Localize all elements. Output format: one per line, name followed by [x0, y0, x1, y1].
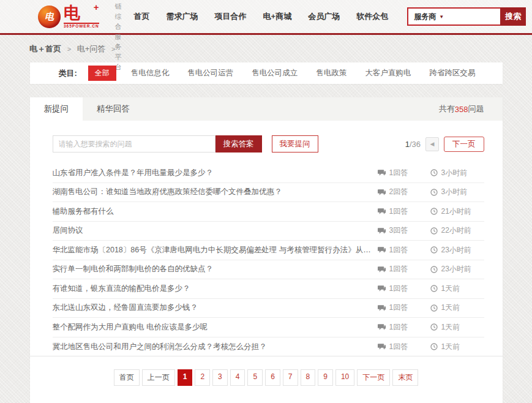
category-item-direct-purchase[interactable]: 大客户直购电 — [365, 68, 411, 78]
prev-page-arrow-button[interactable]: ◀ — [425, 137, 439, 151]
nav-item-software-crowdsourcing[interactable]: 软件众包 — [356, 11, 388, 22]
comment-icon — [378, 304, 386, 312]
next-page-button[interactable]: 下一页 — [444, 137, 484, 152]
clock-icon — [430, 266, 438, 273]
comment-icon — [378, 189, 386, 196]
comment-icon — [378, 208, 386, 215]
search-scope-dropdown[interactable]: 服务商 — [414, 12, 436, 22]
pagination-page-3[interactable]: 3 — [212, 369, 228, 386]
question-time-text: 21小时前 — [441, 206, 471, 217]
comment-icon — [378, 343, 386, 350]
page-indicator-current: 1 — [405, 140, 410, 149]
answer-count: 1回答 — [378, 168, 430, 178]
question-time: 23小时前 — [430, 264, 484, 274]
category-item-cross-province[interactable]: 跨省跨区交易 — [429, 68, 475, 78]
nav-item-member-plaza[interactable]: 会员广场 — [308, 11, 340, 22]
pagination-page-2[interactable]: 2 — [195, 369, 210, 386]
question-time: 22小时前 — [430, 225, 484, 236]
nav-item-mall[interactable]: 电+商城 — [263, 11, 292, 22]
pagination-page-8[interactable]: 8 — [301, 369, 316, 386]
question-time-text: 23小时前 — [441, 264, 471, 274]
tab-new-questions[interactable]: 新提问 — [30, 97, 83, 121]
logo-plus-mark: + — [94, 2, 99, 12]
question-time: 1天前 — [430, 284, 484, 294]
clock-icon — [430, 304, 438, 312]
count-prefix: 共有 — [439, 104, 455, 115]
tab-best-answers[interactable]: 精华回答 — [83, 97, 144, 121]
question-row: 冀北地区售电公司和用户之间的利润怎么分成？考核怎么分担？ 1回答 1天前 — [53, 337, 484, 357]
category-item-policy[interactable]: 售电政策 — [316, 68, 347, 78]
header-search-button[interactable]: 搜索 — [500, 7, 526, 26]
question-title-link[interactable]: 辅助服务都有什么 — [53, 206, 378, 217]
header-search-group: 服务商 ▼ 搜索 — [407, 7, 526, 26]
question-title-link[interactable]: 有谁知道，银东直流的输配电价是多少？ — [53, 284, 378, 294]
question-search-input[interactable] — [53, 135, 215, 153]
answer-count-text: 1回答 — [389, 322, 408, 333]
pagination: 首页 上一页 1 2 3 4 5 6 7 8 9 10 下一页 末页 — [30, 356, 503, 403]
breadcrumb-home-link[interactable]: 电＋首页 — [29, 44, 61, 53]
pagination-page-1-active[interactable]: 1 — [178, 369, 193, 386]
comment-icon — [378, 266, 386, 273]
question-title-link[interactable]: 冀北地区售电公司和用户之间的利润怎么分成？考核怎么分担？ — [53, 342, 378, 352]
logo-wordmark: 电+ — [64, 5, 99, 21]
logo-text-block: 电+ 365POWER.CN — [64, 5, 99, 29]
answer-count-text: 3回答 — [389, 225, 408, 236]
clock-icon — [430, 323, 438, 331]
count-suffix: 问题 — [468, 104, 484, 115]
question-title-link[interactable]: 华北监能市场〔2018〕86号《京津唐电网电力中长期交易偏差处理 与考核管理暂行… — [53, 245, 378, 255]
main-nav: 首页 需求广场 项目合作 电+商城 会员广场 软件众包 — [134, 11, 405, 22]
pagination-page-7[interactable]: 7 — [283, 369, 298, 386]
pagination-page-6[interactable]: 6 — [265, 369, 280, 386]
nav-item-project-cooperation[interactable]: 项目合作 — [215, 11, 247, 22]
nav-item-demand-plaza[interactable]: 需求广场 — [167, 11, 198, 22]
question-time: 1天前 — [430, 342, 484, 352]
question-time-text: 3小时前 — [441, 168, 468, 178]
question-time: 3小时前 — [430, 168, 484, 178]
tagline-line1: 售电产业链 — [115, 0, 122, 12]
question-title-link[interactable]: 湖南售电公司：谁知道当地政府优惠政策经信委哪个文件叠加优惠？ — [53, 187, 378, 197]
category-item-informatization[interactable]: 售电信息化 — [131, 68, 170, 78]
category-item-company-founding[interactable]: 售电公司成立 — [252, 68, 298, 78]
comment-icon — [378, 246, 386, 254]
clock-icon — [430, 189, 438, 196]
pagination-last[interactable]: 末页 — [392, 369, 418, 386]
category-all-active[interactable]: 全部 — [88, 66, 116, 81]
pagination-first[interactable]: 首页 — [114, 369, 140, 386]
question-row: 实行单一制电价和两部制电价的各自的优缺点？ 1回答 23小时前 — [53, 260, 484, 280]
question-title-link[interactable]: 东北送山东双边，经鲁固直流要加多少钱？ — [53, 303, 378, 313]
answer-count: 3回答 — [378, 225, 430, 236]
ask-question-button[interactable]: 我要提问 — [272, 135, 318, 153]
pagination-page-9[interactable]: 9 — [318, 369, 333, 386]
breadcrumb-separator: > — [67, 45, 71, 53]
page-indicator-total: /36 — [410, 140, 421, 149]
question-time-text: 1天前 — [441, 322, 460, 333]
question-title-link[interactable]: 整个配网作为大用户直购电 电价应该是多少呢 — [53, 322, 378, 333]
question-title-link[interactable]: 山东省用户准入条件是？年用电量最少是多少？ — [53, 168, 378, 178]
question-row: 华北监能市场〔2018〕86号《京津唐电网电力中长期交易偏差处理 与考核管理暂行… — [53, 241, 484, 260]
logo-domain: 365POWER.CN — [64, 23, 99, 29]
pagination-page-4[interactable]: 4 — [230, 369, 245, 386]
header-search-input[interactable]: 服务商 ▼ — [407, 7, 500, 26]
question-time-text: 1天前 — [441, 303, 460, 313]
category-item-company-operation[interactable]: 售电公司运营 — [187, 68, 233, 78]
category-filter-bar: 类目: 全部 售电信息化 售电公司运营 售电公司成立 售电政策 大客户直购电 跨… — [30, 62, 503, 84]
nav-item-home[interactable]: 首页 — [134, 11, 150, 22]
answer-count: 1回答 — [378, 342, 430, 352]
qa-main-panel: 新提问 精华回答 共有 358 问题 搜索答案 我要提问 1 /36 ◀ 下一页… — [30, 97, 503, 403]
question-title-link[interactable]: 实行单一制电价和两部制电价的各自的优缺点？ — [53, 264, 378, 274]
pagination-prev[interactable]: 上一页 — [142, 369, 175, 386]
answer-count-text: 2回答 — [389, 187, 408, 197]
question-title-link[interactable]: 居间协议 — [53, 225, 378, 236]
question-row: 东北送山东双边，经鲁固直流要加多少钱？ 1回答 1天前 — [53, 299, 484, 318]
pagination-next[interactable]: 下一页 — [357, 369, 390, 386]
breadcrumb-current-link[interactable]: 电+问答 — [77, 44, 106, 53]
search-answers-button[interactable]: 搜索答案 — [215, 135, 262, 153]
answer-count-text: 1回答 — [389, 245, 408, 255]
answer-count-text: 1回答 — [389, 284, 408, 294]
question-total-count: 共有 358 问题 — [439, 97, 503, 121]
answer-count: 1回答 — [378, 284, 430, 294]
pagination-page-10[interactable]: 10 — [335, 369, 354, 386]
pagination-page-5[interactable]: 5 — [247, 369, 263, 386]
site-logo[interactable]: 电 电+ 365POWER.CN — [38, 5, 99, 29]
clock-icon — [430, 343, 438, 350]
